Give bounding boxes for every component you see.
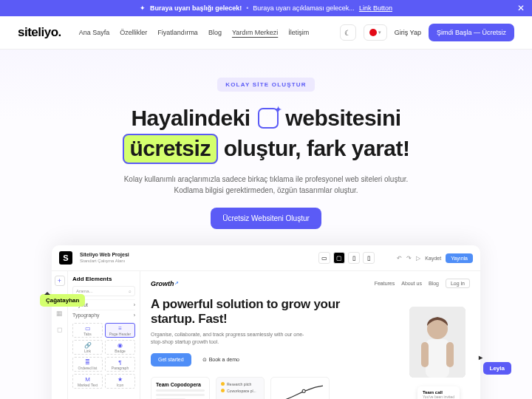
canvas-headline: A powerful solution to grow your startup… <box>151 297 350 326</box>
hero-headline: Hayalindeki websitesini ücretsiz oluştur… <box>15 103 517 163</box>
login-link[interactable]: Giriş Yap <box>395 29 421 36</box>
hero-cta-button[interactable]: Ücretsiz Websiteni Oluştur <box>211 208 321 229</box>
editor-canvas[interactable]: Growth Features About us Blog Log in A p… <box>140 271 480 399</box>
banner-description: Buraya uyarı açıklaması gelecek... <box>253 4 355 12</box>
canvas-card-tasks: Research pitch Coworkspace pl... <box>216 377 265 399</box>
announcement-banner: ✦ Buraya uyarı başlığı gelecek! • Buraya… <box>0 0 532 16</box>
site-logo[interactable]: siteliyo. <box>18 25 61 40</box>
headline-part: Hayalindeki <box>131 106 250 130</box>
canvas-card-team: Team Copodopera <box>151 377 210 399</box>
svg-point-0 <box>302 389 305 392</box>
elements-panel: Add Elements Arama...⌕ Layout› Typograph… <box>68 271 140 399</box>
hero-person-image <box>409 307 466 378</box>
headline-part: oluştur, fark yarat! <box>224 136 410 160</box>
element-tabs[interactable]: ▭Tabs <box>72 323 103 338</box>
create-icon <box>258 108 279 129</box>
nav-pricing[interactable]: Fiyatlandırma <box>157 29 198 36</box>
cursor-tag-right: Leyla <box>483 362 511 375</box>
editor-preview: S Siteliyo Web Projesi Standart Çalışma … <box>52 245 480 399</box>
project-name: Siteliyo Web Projesi <box>80 252 129 258</box>
element-page-header[interactable]: ≡Page Header <box>105 323 135 338</box>
signup-button[interactable]: Şimdi Başla — Ücretsiz <box>429 24 514 41</box>
viewport-mobile-button[interactable]: ▯ <box>363 252 375 264</box>
canvas-team-call-card: Team call You've been invited Jan 17 at … <box>417 386 460 399</box>
canvas-subheadline: Organise, collaborate, and track progres… <box>151 331 306 346</box>
nav-contact[interactable]: İletişim <box>288 29 309 36</box>
nav-features[interactable]: Özellikler <box>120 29 147 36</box>
redo-icon[interactable]: ↷ <box>406 255 412 262</box>
headline-part: websitesini <box>285 106 400 130</box>
svg-rect-3 <box>426 339 449 378</box>
sub-line: Kolay kullanımlı araçlarımızla sadece bi… <box>124 175 409 183</box>
cursor-tag-left: Çağatayhan <box>40 294 85 307</box>
hero-badge: KOLAY SİTE OLUŞTUR <box>217 78 315 92</box>
canvas-nav-blog[interactable]: Blog <box>429 281 439 286</box>
canvas-nav-about[interactable]: About us <box>401 281 422 286</box>
element-ordered-list[interactable]: ≣Ordered list <box>72 357 103 372</box>
canvas-site-logo[interactable]: Growth <box>151 280 178 287</box>
panel-title: Add Elements <box>72 276 135 282</box>
square-icon[interactable]: ◻ <box>55 324 65 335</box>
project-workspace: Standart Çalışma Alanı <box>80 259 129 264</box>
search-placeholder: Arama... <box>76 289 93 293</box>
grid-icon[interactable]: ▦ <box>55 308 65 318</box>
flag-icon <box>369 29 377 36</box>
banner-link[interactable]: Link Button <box>359 4 392 12</box>
element-marked-text[interactable]: MMarked Text <box>72 374 103 389</box>
tool-rail: + ▤ ▦ ◻ <box>52 271 68 399</box>
language-selector[interactable]: ▾ <box>364 24 387 41</box>
add-icon[interactable]: + <box>55 276 65 286</box>
theme-toggle-button[interactable]: ☾ <box>340 24 356 41</box>
moon-icon: ☾ <box>344 29 351 37</box>
panel-row-typography[interactable]: Typography› <box>72 310 135 320</box>
team-card-sub: You've been invited <box>423 395 454 399</box>
main-navbar: siteliyo. Ana Sayfa Özellikler Fiyatland… <box>0 16 532 50</box>
card-title: Team Copodopera <box>156 382 205 387</box>
viewport-laptop-button[interactable]: ▢ <box>333 252 345 264</box>
nav-help[interactable]: Yardım Merkezi <box>232 29 278 36</box>
element-paragraph[interactable]: ¶Paragraph <box>105 357 135 372</box>
headline-highlight: ücretsiz <box>123 134 218 164</box>
viewport-tablet-button[interactable]: ▯ <box>348 252 360 264</box>
svg-rect-5 <box>446 342 454 367</box>
element-link[interactable]: 🔗Link <box>72 340 103 355</box>
canvas-nav-features[interactable]: Features <box>375 281 395 286</box>
separator-dot: • <box>246 4 248 12</box>
canvas-login-button[interactable]: Log in <box>446 279 470 288</box>
close-icon[interactable]: ✕ <box>517 3 525 13</box>
publish-button[interactable]: Yayınla <box>446 253 473 263</box>
sub-line: Kodlama bilgisi gerektirmeden, özgün tas… <box>174 186 358 194</box>
task-item: Coworkspace pl... <box>227 389 256 393</box>
save-button[interactable]: Kaydet <box>425 256 441 261</box>
task-item: Research pitch <box>227 382 251 386</box>
editor-topbar: S Siteliyo Web Projesi Standart Çalışma … <box>52 245 480 271</box>
svg-rect-4 <box>421 342 429 367</box>
undo-icon[interactable]: ↶ <box>397 255 402 262</box>
element-badge[interactable]: ◉Badge <box>105 340 135 355</box>
viewport-desktop-button[interactable]: ▭ <box>318 252 330 264</box>
nav-home[interactable]: Ana Sayfa <box>79 29 110 36</box>
chevron-down-icon: ▾ <box>378 30 381 35</box>
hero-section: KOLAY SİTE OLUŞTUR Hayalindeki websitesi… <box>0 50 532 245</box>
nav-links: Ana Sayfa Özellikler Fiyatlandırma Blog … <box>79 29 309 36</box>
nav-blog[interactable]: Blog <box>208 29 222 36</box>
search-icon: ⌕ <box>129 289 132 293</box>
play-icon: ⊙ <box>202 357 207 363</box>
canvas-card-chart <box>270 377 330 399</box>
preview-icon[interactable]: ▷ <box>416 255 420 262</box>
canvas-primary-button[interactable]: Get started <box>151 353 191 366</box>
banner-title: Buraya uyarı başlığı gelecek! <box>150 4 242 12</box>
canvas-secondary-button[interactable]: ⊙Book a demo <box>196 353 246 366</box>
hero-subheadline: Kolay kullanımlı araçlarımızla sadece bi… <box>15 174 517 196</box>
editor-logo[interactable]: S <box>59 251 72 265</box>
sparkle-icon: ✦ <box>140 4 146 12</box>
element-icon[interactable]: ★Icon <box>105 374 135 389</box>
